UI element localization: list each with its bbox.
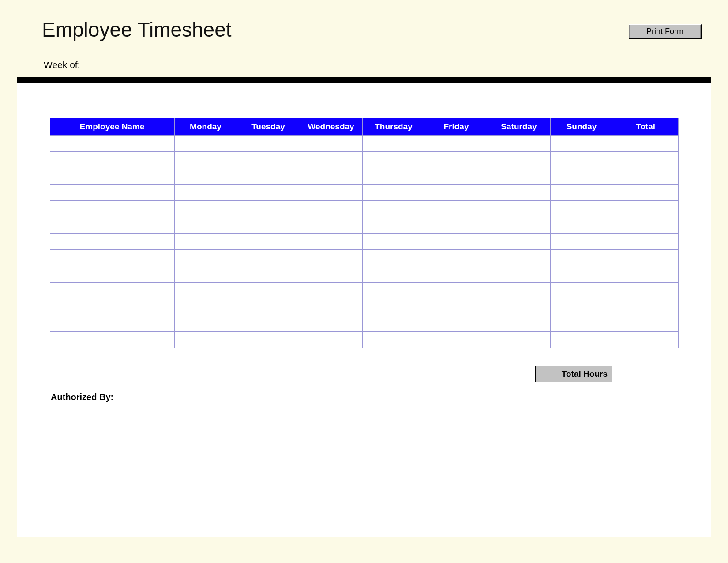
cell[interactable] bbox=[425, 299, 488, 315]
cell[interactable] bbox=[488, 136, 550, 152]
cell[interactable] bbox=[613, 283, 678, 299]
cell[interactable] bbox=[550, 152, 613, 168]
cell[interactable] bbox=[300, 136, 362, 152]
cell[interactable] bbox=[362, 136, 425, 152]
cell[interactable] bbox=[300, 234, 362, 250]
cell[interactable] bbox=[300, 217, 362, 234]
cell[interactable] bbox=[174, 217, 237, 234]
cell[interactable] bbox=[50, 217, 174, 234]
cell[interactable] bbox=[237, 299, 300, 315]
cell[interactable] bbox=[50, 136, 174, 152]
cell[interactable] bbox=[488, 266, 550, 283]
cell[interactable] bbox=[613, 299, 678, 315]
cell[interactable] bbox=[488, 185, 550, 201]
cell[interactable] bbox=[174, 201, 237, 217]
cell[interactable] bbox=[174, 332, 237, 348]
cell[interactable] bbox=[237, 136, 300, 152]
cell[interactable] bbox=[50, 152, 174, 168]
cell[interactable] bbox=[300, 185, 362, 201]
cell[interactable] bbox=[237, 217, 300, 234]
cell[interactable] bbox=[425, 266, 488, 283]
print-form-button[interactable]: Print Form bbox=[629, 24, 702, 39]
cell[interactable] bbox=[550, 315, 613, 332]
cell[interactable] bbox=[174, 234, 237, 250]
cell[interactable] bbox=[362, 299, 425, 315]
cell[interactable] bbox=[362, 266, 425, 283]
cell[interactable] bbox=[237, 152, 300, 168]
cell[interactable] bbox=[237, 332, 300, 348]
cell[interactable] bbox=[550, 136, 613, 152]
cell[interactable] bbox=[50, 266, 174, 283]
cell[interactable] bbox=[300, 315, 362, 332]
cell[interactable] bbox=[300, 152, 362, 168]
cell[interactable] bbox=[237, 250, 300, 266]
cell[interactable] bbox=[50, 299, 174, 315]
cell[interactable] bbox=[550, 234, 613, 250]
cell[interactable] bbox=[50, 332, 174, 348]
cell[interactable] bbox=[425, 201, 488, 217]
cell[interactable] bbox=[550, 168, 613, 185]
cell[interactable] bbox=[488, 315, 550, 332]
cell[interactable] bbox=[300, 168, 362, 185]
cell[interactable] bbox=[300, 201, 362, 217]
cell[interactable] bbox=[550, 332, 613, 348]
cell[interactable] bbox=[174, 283, 237, 299]
cell[interactable] bbox=[300, 332, 362, 348]
cell[interactable] bbox=[50, 283, 174, 299]
cell[interactable] bbox=[425, 250, 488, 266]
cell[interactable] bbox=[237, 168, 300, 185]
cell[interactable] bbox=[425, 234, 488, 250]
cell[interactable] bbox=[50, 234, 174, 250]
cell[interactable] bbox=[613, 185, 678, 201]
cell[interactable] bbox=[174, 168, 237, 185]
cell[interactable] bbox=[550, 201, 613, 217]
cell[interactable] bbox=[613, 217, 678, 234]
cell[interactable] bbox=[300, 283, 362, 299]
cell[interactable] bbox=[613, 201, 678, 217]
cell[interactable] bbox=[425, 152, 488, 168]
cell[interactable] bbox=[613, 168, 678, 185]
cell[interactable] bbox=[174, 299, 237, 315]
cell[interactable] bbox=[550, 217, 613, 234]
cell[interactable] bbox=[362, 250, 425, 266]
cell[interactable] bbox=[50, 201, 174, 217]
cell[interactable] bbox=[613, 152, 678, 168]
cell[interactable] bbox=[237, 315, 300, 332]
cell[interactable] bbox=[50, 250, 174, 266]
cell[interactable] bbox=[425, 136, 488, 152]
cell[interactable] bbox=[174, 136, 237, 152]
cell[interactable] bbox=[425, 185, 488, 201]
cell[interactable] bbox=[174, 266, 237, 283]
cell[interactable] bbox=[362, 168, 425, 185]
cell[interactable] bbox=[50, 168, 174, 185]
cell[interactable] bbox=[488, 283, 550, 299]
cell[interactable] bbox=[550, 185, 613, 201]
cell[interactable] bbox=[425, 217, 488, 234]
cell[interactable] bbox=[362, 201, 425, 217]
cell[interactable] bbox=[488, 250, 550, 266]
total-hours-value[interactable] bbox=[612, 366, 677, 382]
cell[interactable] bbox=[488, 201, 550, 217]
cell[interactable] bbox=[425, 315, 488, 332]
cell[interactable] bbox=[613, 332, 678, 348]
cell[interactable] bbox=[613, 315, 678, 332]
cell[interactable] bbox=[488, 234, 550, 250]
cell[interactable] bbox=[362, 234, 425, 250]
cell[interactable] bbox=[488, 332, 550, 348]
cell[interactable] bbox=[50, 315, 174, 332]
cell[interactable] bbox=[174, 152, 237, 168]
cell[interactable] bbox=[613, 234, 678, 250]
cell[interactable] bbox=[237, 185, 300, 201]
cell[interactable] bbox=[488, 217, 550, 234]
cell[interactable] bbox=[550, 299, 613, 315]
cell[interactable] bbox=[174, 185, 237, 201]
cell[interactable] bbox=[362, 283, 425, 299]
cell[interactable] bbox=[488, 152, 550, 168]
cell[interactable] bbox=[237, 201, 300, 217]
cell[interactable] bbox=[550, 250, 613, 266]
cell[interactable] bbox=[300, 299, 362, 315]
cell[interactable] bbox=[613, 136, 678, 152]
cell[interactable] bbox=[362, 332, 425, 348]
cell[interactable] bbox=[550, 283, 613, 299]
cell[interactable] bbox=[50, 185, 174, 201]
